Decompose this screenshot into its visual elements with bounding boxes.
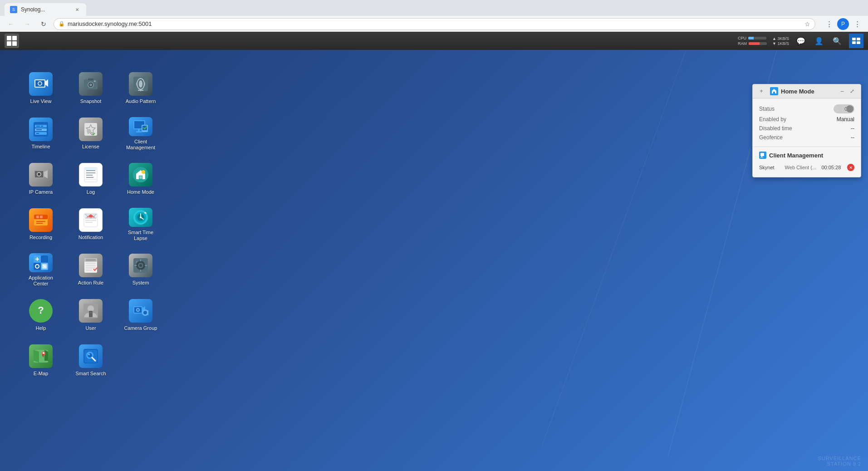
client-mgmt-icon bbox=[129, 117, 152, 136]
app-icon-notification[interactable]: Notification bbox=[68, 204, 113, 245]
smart-search-label: Smart Search bbox=[75, 371, 106, 377]
client-disconnect-button[interactable]: ✕ bbox=[847, 164, 854, 171]
license-icon bbox=[79, 118, 103, 141]
reload-button[interactable]: ↻ bbox=[37, 18, 50, 30]
svg-rect-0 bbox=[852, 38, 856, 40]
enabled-by-label: Enabled by bbox=[759, 116, 786, 123]
disabled-time-value: -- bbox=[851, 125, 854, 132]
cpu-ram-widget: CPU RAM bbox=[738, 36, 767, 46]
app-icon-home-mode[interactable]: Home Mode bbox=[118, 159, 163, 200]
disabled-time-label: Disabled time bbox=[759, 125, 792, 132]
app-icon-live-view[interactable]: Live View bbox=[18, 68, 64, 109]
app-icon-emap[interactable]: E-Map bbox=[18, 340, 64, 381]
svg-rect-88 bbox=[86, 270, 92, 271]
lock-icon: 🔒 bbox=[59, 21, 65, 27]
client-name: Skynet bbox=[759, 165, 781, 170]
ram-label: RAM bbox=[738, 41, 747, 46]
geofence-label: Geofence bbox=[759, 134, 783, 141]
enabled-by-row: Enabled by Manual bbox=[759, 115, 854, 124]
widget-detach-button[interactable]: ⤢ bbox=[848, 87, 856, 95]
license-label: License bbox=[82, 144, 99, 150]
app-icon-help[interactable]: ? Help bbox=[18, 295, 64, 336]
grid-icon bbox=[852, 38, 860, 44]
home-mode-status-section: Status OFF Enabled by Manual Disabled ti… bbox=[753, 98, 861, 147]
svg-rect-13 bbox=[88, 78, 93, 80]
app-icon-client-management[interactable]: Client Management bbox=[118, 113, 163, 154]
app-icon-log[interactable]: Log bbox=[68, 159, 113, 200]
system-label: System bbox=[132, 280, 149, 286]
app-icon-action-rule[interactable]: Action Rule bbox=[68, 250, 113, 290]
snapshot-icon bbox=[79, 72, 103, 96]
widget-minimize-button[interactable]: – bbox=[838, 87, 846, 95]
browser-tab[interactable]: S Synolog... ✕ bbox=[5, 3, 86, 16]
ip-camera-label: IP Camera bbox=[29, 189, 53, 195]
svg-rect-95 bbox=[134, 265, 137, 266]
client-mgmt-section: Client Management Skynet Web Client (...… bbox=[753, 147, 861, 177]
widget-add-button[interactable]: + bbox=[757, 87, 765, 95]
svg-point-17 bbox=[139, 80, 142, 88]
app-icon-application-center[interactable]: Application Center bbox=[18, 250, 64, 290]
bookmark-star-icon[interactable]: ☆ bbox=[804, 20, 810, 28]
app-icon-user[interactable]: User bbox=[68, 295, 113, 336]
menu-button[interactable]: ⋮ bbox=[851, 18, 863, 30]
app-icon-timeline[interactable]: Timeline bbox=[18, 113, 64, 154]
app-icon-camera-group[interactable]: Camera Group bbox=[118, 295, 163, 336]
svg-marker-41 bbox=[44, 170, 48, 178]
widget-header: + Home Mode – ⤢ bbox=[753, 84, 861, 98]
svg-point-14 bbox=[94, 80, 96, 82]
tab-bar: S Synolog... ✕ bbox=[0, 0, 868, 16]
address-bar[interactable]: 🔒 mariusdocker.synology.me:5001 ☆ bbox=[54, 18, 815, 30]
app-icon-recording[interactable]: Recording bbox=[18, 204, 64, 245]
extensions-button[interactable]: ⋮ bbox=[823, 18, 835, 30]
svg-rect-34 bbox=[136, 131, 142, 132]
client-mgmt-widget-icon bbox=[759, 152, 766, 159]
action-rule-label: Action Rule bbox=[78, 280, 103, 286]
app-icon-smart-timelapse[interactable]: Smart Time Lapse bbox=[118, 204, 163, 245]
app-icon-snapshot[interactable]: Snapshot bbox=[68, 68, 113, 109]
dsm-logo[interactable] bbox=[5, 34, 19, 48]
address-text: mariusdocker.synology.me:5001 bbox=[68, 20, 802, 27]
home-mode-toggle[interactable]: OFF bbox=[834, 104, 854, 113]
app-icon-smart-search[interactable]: Smart Search bbox=[68, 340, 113, 381]
svg-rect-68 bbox=[85, 222, 93, 223]
svg-point-7 bbox=[39, 82, 41, 85]
svg-point-74 bbox=[140, 216, 142, 218]
search-icon[interactable]: 🔍 bbox=[831, 34, 843, 47]
app-icon-license[interactable]: License bbox=[68, 113, 113, 154]
taskbar-widget-button[interactable] bbox=[849, 34, 863, 48]
client-time: 00:05:28 bbox=[821, 165, 843, 170]
live-view-label: Live View bbox=[30, 98, 52, 104]
svg-rect-59 bbox=[40, 216, 43, 218]
back-button[interactable]: ← bbox=[5, 18, 17, 30]
svg-rect-61 bbox=[36, 223, 43, 224]
notification-icon bbox=[79, 208, 103, 232]
help-icon: ? bbox=[29, 299, 53, 323]
chat-icon[interactable]: 💬 bbox=[794, 34, 807, 47]
svg-rect-44 bbox=[86, 170, 95, 171]
home-mode-status-row: Status OFF bbox=[759, 103, 854, 115]
log-icon bbox=[79, 163, 103, 186]
home-mode-icon-img bbox=[129, 163, 152, 186]
forward-button[interactable]: → bbox=[21, 18, 34, 30]
svg-point-107 bbox=[137, 309, 139, 311]
enabled-by-value: Manual bbox=[837, 116, 854, 123]
svg-rect-86 bbox=[86, 265, 96, 266]
profile-avatar[interactable]: P bbox=[837, 18, 849, 30]
app-grid: Live View Snapshot bbox=[5, 59, 181, 395]
camera-group-icon bbox=[129, 299, 152, 323]
app-icon-system[interactable]: System bbox=[118, 250, 163, 290]
app-icon-ip-camera[interactable]: IP Camera bbox=[18, 159, 64, 200]
smart-timelapse-icon bbox=[129, 208, 152, 227]
svg-rect-33 bbox=[138, 129, 140, 131]
ss-watermark: SURVEILLANCE STATION 9.2 bbox=[818, 456, 861, 466]
app-icon-audio-pattern[interactable]: Audio Pattern bbox=[118, 68, 163, 109]
tab-close-button[interactable]: ✕ bbox=[74, 6, 81, 13]
user-icon[interactable]: 👤 bbox=[813, 34, 825, 47]
svg-point-117 bbox=[43, 352, 44, 354]
dsm-header-right: CPU RAM ▲ 3KB/S ▼ 1KB/S 💬 👤 🔍 bbox=[738, 34, 863, 48]
svg-rect-46 bbox=[86, 175, 93, 176]
svg-point-123 bbox=[88, 353, 90, 355]
svg-rect-85 bbox=[86, 263, 96, 264]
svg-rect-128 bbox=[760, 157, 763, 157]
live-view-icon bbox=[29, 72, 53, 96]
